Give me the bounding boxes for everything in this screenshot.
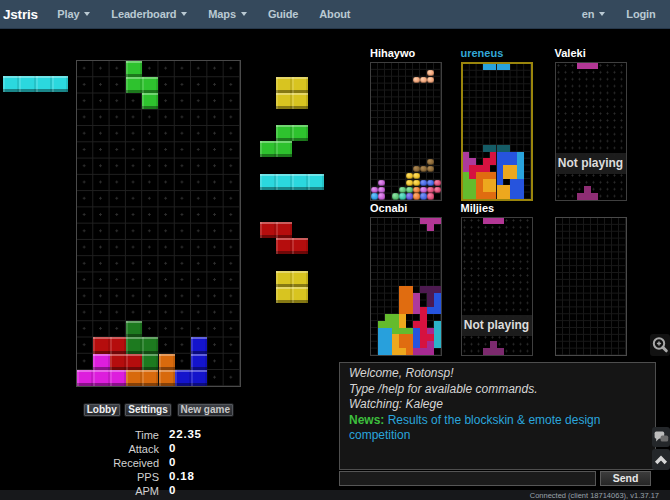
caret-down-icon <box>181 12 187 16</box>
caret-down-icon <box>599 12 605 16</box>
tetris-block <box>497 145 504 152</box>
tetris-block <box>406 173 412 179</box>
chat-log[interactable]: Welcome, Rotonsp!Type /help for availabl… <box>339 362 656 470</box>
tetris-block <box>427 286 434 293</box>
tetris-block <box>399 300 406 307</box>
tetris-block <box>420 314 427 321</box>
tetris-block <box>142 370 158 386</box>
tetris-block <box>399 187 405 193</box>
player-name: Hihaywo <box>370 47 415 59</box>
chat-input[interactable] <box>339 471 596 486</box>
news-label: News: <box>349 413 384 427</box>
tetris-block <box>463 165 470 172</box>
stat-label: Time <box>135 429 159 441</box>
tetris-block <box>110 370 126 386</box>
tetris-block <box>413 293 420 300</box>
tetris-block <box>392 341 399 348</box>
tetris-block <box>126 370 142 386</box>
nav-item-maps[interactable]: Maps <box>198 8 258 20</box>
tetris-block <box>399 348 406 355</box>
tetris-block <box>406 180 412 186</box>
tetris-block <box>378 187 384 193</box>
chat-collapse-button[interactable] <box>652 449 670 470</box>
tetris-block <box>427 77 433 83</box>
tetris-block <box>420 348 427 355</box>
tetris-block <box>517 179 524 186</box>
tetris-block <box>292 174 308 190</box>
tetris-block <box>463 158 470 165</box>
opponent-board-ureneus <box>461 62 533 202</box>
tetris-block <box>276 77 292 93</box>
tetris-block <box>392 348 399 355</box>
tetris-block <box>392 321 399 328</box>
tetris-block <box>406 286 413 293</box>
nav-item-play[interactable]: Play <box>47 8 101 20</box>
not-playing-overlay: Not playing <box>462 315 532 336</box>
tetris-block <box>497 218 504 225</box>
new-game-button[interactable]: New game <box>177 403 235 417</box>
tetris-block <box>413 334 420 341</box>
chat-message: Watching: Kalege <box>349 397 646 413</box>
nav-item-guide[interactable]: Guide <box>257 8 308 20</box>
hold-piece-area <box>3 76 68 92</box>
tetris-block <box>406 307 413 314</box>
main-board <box>76 60 241 388</box>
nav-item-about[interactable]: About <box>309 8 361 20</box>
nav-item-label: en <box>582 8 595 20</box>
tetris-block <box>392 193 398 199</box>
tetris-block <box>476 172 483 179</box>
news-link[interactable]: Results of the blockskin & emote design … <box>349 413 600 443</box>
tetris-block <box>413 328 420 335</box>
tetris-block <box>399 334 406 341</box>
tetris-block <box>378 321 385 328</box>
chat-toggle-button[interactable] <box>652 427 670 447</box>
settings-button[interactable]: Settings <box>124 403 172 417</box>
caret-down-icon <box>241 12 247 16</box>
lobby-button[interactable]: Lobby <box>83 403 121 417</box>
navbar: Jstris PlayLeaderboardMapsGuideAbout enL… <box>0 0 670 29</box>
brand-link[interactable]: Jstris <box>3 7 38 22</box>
tetris-block <box>420 307 427 314</box>
tetris-block <box>483 348 490 355</box>
stat-row-pps: PPS0.18 <box>60 471 260 485</box>
tetris-block <box>476 179 483 186</box>
tetris-block <box>142 354 158 370</box>
zoom-button[interactable] <box>650 334 670 356</box>
tetris-block <box>483 158 490 165</box>
tetris-block <box>126 77 142 93</box>
tetris-block <box>93 337 109 353</box>
queue-piece <box>260 125 324 157</box>
tetris-block <box>308 174 324 190</box>
tetris-block <box>292 125 308 141</box>
nav-menu: PlayLeaderboardMapsGuideAbout <box>47 8 361 20</box>
stat-label: Received <box>113 457 159 469</box>
nav-item-leaderboard[interactable]: Leaderboard <box>101 8 198 20</box>
queue-piece <box>276 77 340 109</box>
tetris-block <box>497 152 504 159</box>
tetris-block <box>476 185 483 192</box>
tetris-block <box>378 193 384 199</box>
tetris-block <box>427 307 434 314</box>
tetris-block <box>469 172 476 179</box>
not-playing-overlay: Not playing <box>556 153 626 174</box>
nav-item-login[interactable]: Login <box>616 8 666 20</box>
tetris-block <box>476 192 483 199</box>
tetris-block <box>490 152 497 159</box>
nav-item-label: Login <box>626 8 655 20</box>
tetris-block <box>427 348 434 355</box>
tetris-block <box>420 286 427 293</box>
tetris-block <box>385 341 392 348</box>
tetris-block <box>413 321 420 328</box>
tetris-block <box>399 307 406 314</box>
send-button[interactable]: Send <box>600 471 651 486</box>
tetris-block <box>434 293 441 300</box>
tetris-block <box>19 76 35 92</box>
tetris-block <box>503 145 510 152</box>
tetris-block <box>591 63 598 70</box>
tetris-block <box>292 77 308 93</box>
nav-item-en[interactable]: en <box>571 8 616 20</box>
stat-label: PPS <box>137 471 159 483</box>
tetris-block <box>142 337 158 353</box>
nav-item-label: About <box>319 8 350 20</box>
tetris-block <box>577 63 584 70</box>
